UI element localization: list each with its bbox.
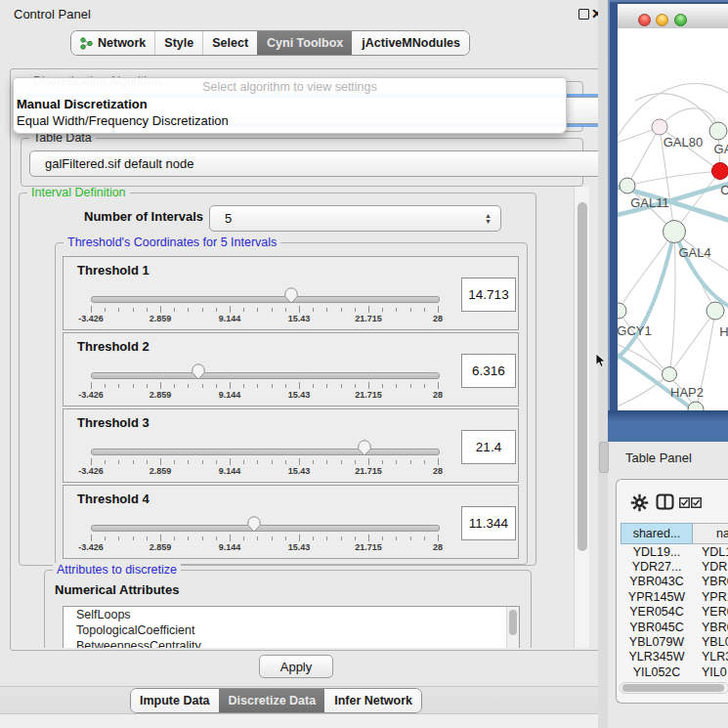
slider-ticks [64, 458, 518, 466]
table-data-value: galFiltered.sif default node [45, 156, 193, 171]
tab-label: Impute Data [140, 694, 210, 707]
table-row-ypr145w[interactable]: YPR145WYPR1 [621, 589, 728, 604]
network-node[interactable] [663, 367, 677, 382]
number-of-intervals-combobox[interactable]: 5 ▲▼ [209, 205, 501, 232]
interval-definition-group: Interval Definition Number of Intervals … [19, 193, 536, 566]
settings-scrollbar[interactable] [574, 187, 589, 648]
network-node[interactable] [664, 221, 686, 243]
slider-thumb[interactable] [191, 363, 206, 380]
table-row-ydl19[interactable]: YDL19...YDL1 [621, 544, 728, 559]
threshold-panel: Threshold 1 -3.4262.8599.14415.4321.7152… [63, 256, 519, 330]
column-header-name[interactable]: na [693, 523, 728, 544]
threshold-label: Threshold 1 [77, 263, 150, 278]
table-row-ybl079w[interactable]: YBL079WYBL0 [621, 634, 728, 649]
tab-style[interactable]: Style [154, 31, 202, 55]
node-label-gal4: GAL4 [678, 245, 710, 260]
threshold-value-field[interactable]: 21.4 [461, 430, 516, 464]
network-canvas[interactable]: GAL80GACGAL11GAL4GCY1HHAP2 [618, 28, 728, 410]
cell-name: YLR3 [693, 650, 728, 664]
cyni-mode-tabbar: Impute DataDiscretize DataInfer Network [130, 688, 422, 713]
slider-thumb[interactable] [283, 286, 299, 304]
network-node[interactable] [707, 302, 724, 320]
network-icon [80, 37, 93, 50]
checkbox-icon[interactable] [691, 497, 702, 508]
threshold-value-field[interactable]: 11.344 [461, 506, 516, 540]
splitter-handle[interactable] [599, 442, 609, 473]
network-window-titlebar[interactable] [618, 4, 728, 29]
tab-label: Select [212, 36, 248, 50]
float-window-icon[interactable] [578, 9, 589, 20]
slider-track[interactable] [91, 296, 440, 303]
threshold-panel: Threshold 2 -3.4262.8599.14415.4321.7152… [63, 332, 519, 407]
slider-track[interactable] [91, 372, 440, 379]
table-header-row: shared... na [621, 523, 728, 544]
attribute-items: SelfLoopsTopologicalCoefficientBetweenne… [64, 607, 519, 648]
node-label-gcy1: GCY1 [618, 323, 652, 338]
list-item-betweennesscentrality[interactable]: BetweennessCentrality [64, 638, 519, 648]
column-header-shared-name[interactable]: shared... [621, 523, 693, 544]
table-row-ylr345w[interactable]: YLR345WYLR3 [621, 650, 728, 664]
cell-name: YBL0 [693, 635, 728, 649]
bottom-tab-discretize-data[interactable]: Discretize Data [219, 689, 325, 712]
node-label-gal80: GAL80 [664, 135, 703, 150]
cell-shared-name: YLR345W [621, 650, 693, 664]
network-node[interactable] [652, 119, 667, 135]
network-node[interactable] [618, 303, 626, 319]
gear-icon[interactable] [630, 493, 649, 512]
slider-ticks [64, 535, 518, 542]
network-node[interactable] [688, 402, 704, 410]
panel-title: Control Panel [14, 7, 91, 21]
scrollbar-thumb[interactable] [578, 202, 587, 551]
list-item-topologicalcoefficient[interactable]: TopologicalCoefficient [64, 622, 519, 638]
bottom-tab-infer-network[interactable]: Infer Network [324, 689, 421, 712]
threshold-label: Threshold 2 [77, 339, 150, 354]
numerical-attributes-list[interactable]: SelfLoopsTopologicalCoefficientBetweenne… [63, 606, 520, 648]
module-tabbar: NetworkStyleSelectCyni ToolboxjActiveMNo… [70, 30, 470, 56]
network-node[interactable] [620, 178, 635, 193]
cell-name: YBR0 [693, 621, 728, 634]
cell-shared-name: YBR045C [621, 621, 693, 634]
table-row-yil052c[interactable]: YIL052CYIL0 [621, 664, 728, 679]
tab-select[interactable]: Select [202, 31, 257, 55]
slider-thumb[interactable] [357, 439, 372, 456]
slider-tick-labels: -3.4262.8599.14415.4321.71528 [64, 466, 518, 478]
popup-option-manual-discretization[interactable]: Manual Discretization [14, 96, 566, 112]
table-data-combobox[interactable]: galFiltered.sif default node ▲▼ [29, 150, 619, 177]
scrollbar-thumb[interactable] [509, 610, 517, 635]
table-row-ydr27[interactable]: YDR27...YDR2 [621, 559, 728, 574]
slider-ticks [64, 306, 518, 314]
app-window: Control Panel ✕ NetworkStyleSelectCyni T… [0, 0, 728, 728]
close-traffic-light-icon[interactable] [638, 14, 651, 26]
network-node[interactable] [709, 122, 727, 140]
slider-track[interactable] [91, 525, 440, 532]
tab-label: Style [164, 36, 193, 50]
cell-shared-name: YBR043C [621, 575, 693, 588]
cell-shared-name: YIL052C [621, 665, 693, 679]
popup-option-equal-width-frequency-discretization[interactable]: Equal Width/Frequency Discretization [14, 112, 566, 129]
network-node[interactable] [712, 163, 728, 180]
bottom-tab-impute-data[interactable]: Impute Data [131, 689, 219, 712]
table-row-ybr043c[interactable]: YBR043CYBR0 [621, 575, 728, 589]
zoom-traffic-light-icon[interactable] [674, 14, 687, 26]
apply-button[interactable]: Apply [259, 655, 333, 678]
tab-cyni-toolbox[interactable]: Cyni Toolbox [257, 31, 352, 55]
list-item-selfloops[interactable]: SelfLoops [64, 607, 519, 622]
tab-network[interactable]: Network [71, 31, 154, 55]
table-row-ybr045c[interactable]: YBR045CYBR0 [621, 620, 728, 634]
popup-hint: Select algorithm to view settings [14, 78, 566, 96]
table-horizontal-scrollbar[interactable] [620, 682, 728, 694]
network-window-frame[interactable]: GAL80GACGAL11GAL4GCY1HHAP2 [608, 0, 728, 442]
attributes-scrollbar[interactable] [506, 607, 519, 648]
attributes-group: Attributes to discretize Numerical Attri… [44, 570, 532, 648]
slider-thumb[interactable] [246, 515, 262, 533]
scrollbar-thumb[interactable] [622, 684, 724, 692]
split-view-icon[interactable] [656, 492, 674, 511]
tab-jactivemnodules[interactable]: jActiveMNodules [352, 31, 469, 55]
minimize-traffic-light-icon[interactable] [656, 14, 668, 26]
threshold-value-field[interactable]: 14.713 [461, 278, 516, 312]
slider-track[interactable] [91, 449, 440, 455]
checkbox-icon[interactable] [679, 497, 690, 508]
threshold-value-field[interactable]: 6.316 [461, 354, 516, 388]
table-row-yer054c[interactable]: YER054CYER0 [621, 605, 728, 620]
slider-tick-labels: -3.4262.8599.14415.4321.71528 [64, 542, 518, 554]
